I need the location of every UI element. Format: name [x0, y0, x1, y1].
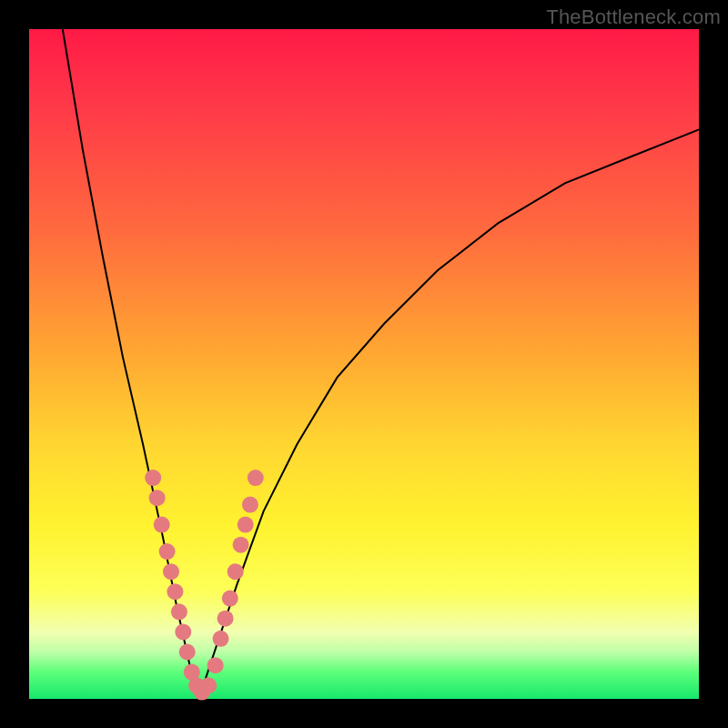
watermark-text: TheBottleneck.com	[546, 5, 721, 29]
chart-frame: TheBottleneck.com	[0, 0, 728, 728]
curve-marker	[213, 631, 229, 647]
plot-area	[29, 29, 699, 699]
curve-marker	[145, 470, 161, 486]
curve-marker	[149, 490, 166, 506]
curve-marker	[179, 644, 196, 661]
curve-marker	[163, 563, 179, 580]
curve-marker	[248, 470, 264, 486]
curve-marker	[207, 657, 224, 673]
bottleneck-curve	[63, 29, 699, 693]
curve-marker	[238, 517, 254, 533]
curve-marker	[228, 563, 244, 580]
chart-svg	[29, 29, 699, 699]
curve-marker	[242, 497, 258, 513]
curve-marker	[200, 677, 217, 693]
curve-marker	[175, 623, 191, 640]
curve-marker	[159, 543, 176, 560]
marker-group	[145, 470, 264, 701]
curve-marker	[233, 537, 249, 553]
curve-marker	[154, 517, 170, 533]
curve-marker	[167, 583, 183, 600]
curve-marker	[171, 603, 187, 620]
curve-marker	[217, 611, 234, 627]
curve-marker	[222, 591, 238, 607]
